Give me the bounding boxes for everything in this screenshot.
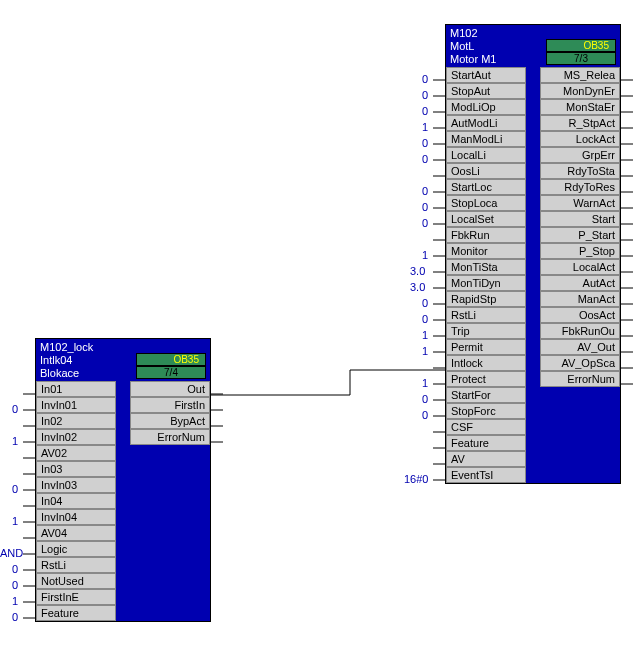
pin-errornum[interactable]: ErrorNum [130, 429, 210, 445]
block-type: MotL [450, 40, 474, 52]
pin-warnact[interactable]: WarnAct [540, 195, 620, 211]
pin-rdytores[interactable]: RdyToRes [540, 179, 620, 195]
pin-firstin[interactable]: FirstIn [130, 397, 210, 413]
pin-feature[interactable]: Feature [446, 435, 526, 451]
pin-value: 0 [12, 611, 18, 623]
block-name: M102 [450, 27, 478, 39]
pin-eventtsi[interactable]: EventTsI [446, 467, 526, 483]
pin-fbkrunou[interactable]: FbkRunOu [540, 323, 620, 339]
pin-bypact[interactable]: BypAct [130, 413, 210, 429]
pin-value: 0 [12, 579, 18, 591]
pin-fbkrun[interactable]: FbkRun [446, 227, 526, 243]
pin-value: 1 [422, 377, 428, 389]
pin-manmodli[interactable]: ManModLi [446, 131, 526, 147]
interlock-block: M102_lock Intlk04 OB35 Blokace 7/4 In01I… [35, 338, 211, 622]
pin-intlock[interactable]: Intlock [446, 355, 526, 371]
pin-modliop[interactable]: ModLiOp [446, 99, 526, 115]
pin-grperr[interactable]: GrpErr [540, 147, 620, 163]
pin-value: AND [0, 547, 23, 559]
pin-manact[interactable]: ManAct [540, 291, 620, 307]
pin-value: 0 [422, 409, 428, 421]
pin-invin01[interactable]: InvIn01 [36, 397, 116, 413]
block-type: Intlk04 [40, 354, 72, 366]
pin-notused[interactable]: NotUsed [36, 573, 116, 589]
pin-value: 0 [422, 185, 428, 197]
pin-rapidstp[interactable]: RapidStp [446, 291, 526, 307]
pin-localset[interactable]: LocalSet [446, 211, 526, 227]
pin-value: 0 [422, 137, 428, 149]
pin-localli[interactable]: LocalLi [446, 147, 526, 163]
pin-protect[interactable]: Protect [446, 371, 526, 387]
pin-oosli[interactable]: OosLi [446, 163, 526, 179]
block-header: M102_lock Intlk04 OB35 Blokace 7/4 [36, 339, 210, 381]
pin-value: 0 [12, 403, 18, 415]
pin-in02[interactable]: In02 [36, 413, 116, 429]
ob-badge: OB35 [136, 353, 206, 366]
pin-csf[interactable]: CSF [446, 419, 526, 435]
pin-in03[interactable]: In03 [36, 461, 116, 477]
pin-mondyner[interactable]: MonDynEr [540, 83, 620, 99]
pin-value: 1 [12, 595, 18, 607]
pin-invin04[interactable]: InvIn04 [36, 509, 116, 525]
pin-value: 1 [12, 435, 18, 447]
pin-value: 0 [12, 483, 18, 495]
pin-value: 0 [422, 73, 428, 85]
pin-monitor[interactable]: Monitor [446, 243, 526, 259]
pin-rstli[interactable]: RstLi [36, 557, 116, 573]
pin-errornum[interactable]: ErrorNum [540, 371, 620, 387]
pin-r_stpact[interactable]: R_StpAct [540, 115, 620, 131]
motor-block: M102 MotL OB35 Motor M1 7/3 StartAutStop… [445, 24, 621, 484]
pin-localact[interactable]: LocalAct [540, 259, 620, 275]
pin-stoploca[interactable]: StopLoca [446, 195, 526, 211]
pin-p_stop[interactable]: P_Stop [540, 243, 620, 259]
pin-value: 1 [12, 515, 18, 527]
pin-in01[interactable]: In01 [36, 381, 116, 397]
pin-start[interactable]: Start [540, 211, 620, 227]
pin-value: 1 [422, 345, 428, 357]
pin-value: 1 [422, 121, 428, 133]
pin-value: 1 [422, 249, 428, 261]
block-name: M102_lock [40, 341, 93, 353]
pin-monstaer[interactable]: MonStaEr [540, 99, 620, 115]
pin-value: 16#0 [404, 473, 428, 485]
pin-av02[interactable]: AV02 [36, 445, 116, 461]
pin-value: 0 [422, 105, 428, 117]
pin-montidyn[interactable]: MonTiDyn [446, 275, 526, 291]
pin-in04[interactable]: In04 [36, 493, 116, 509]
pin-trip[interactable]: Trip [446, 323, 526, 339]
pin-value: 3.0 [410, 281, 425, 293]
pin-autact[interactable]: AutAct [540, 275, 620, 291]
pin-value: 1 [422, 329, 428, 341]
pin-av_opsca[interactable]: AV_OpSca [540, 355, 620, 371]
pin-p_start[interactable]: P_Start [540, 227, 620, 243]
pin-value: 0 [422, 217, 428, 229]
pin-value: 3.0 [410, 265, 425, 277]
pin-logic[interactable]: Logic [36, 541, 116, 557]
pin-stopforc[interactable]: StopForc [446, 403, 526, 419]
pin-value: 0 [422, 201, 428, 213]
pin-firstine[interactable]: FirstInE [36, 589, 116, 605]
pin-feature[interactable]: Feature [36, 605, 116, 621]
pin-av[interactable]: AV [446, 451, 526, 467]
id-badge: 7/4 [136, 366, 206, 379]
pin-oosact[interactable]: OosAct [540, 307, 620, 323]
block-desc: Blokace [40, 367, 79, 379]
pin-out[interactable]: Out [130, 381, 210, 397]
pin-invin03[interactable]: InvIn03 [36, 477, 116, 493]
pin-rstli[interactable]: RstLi [446, 307, 526, 323]
pin-value: 0 [422, 313, 428, 325]
pin-montista[interactable]: MonTiSta [446, 259, 526, 275]
pin-lockact[interactable]: LockAct [540, 131, 620, 147]
pin-permit[interactable]: Permit [446, 339, 526, 355]
pin-av04[interactable]: AV04 [36, 525, 116, 541]
pin-autmodli[interactable]: AutModLi [446, 115, 526, 131]
pin-rdytosta[interactable]: RdyToSta [540, 163, 620, 179]
pin-startloc[interactable]: StartLoc [446, 179, 526, 195]
pin-ms_relea[interactable]: MS_Relea [540, 67, 620, 83]
pin-invin02[interactable]: InvIn02 [36, 429, 116, 445]
pin-startaut[interactable]: StartAut [446, 67, 526, 83]
pin-stopaut[interactable]: StopAut [446, 83, 526, 99]
block-header: M102 MotL OB35 Motor M1 7/3 [446, 25, 620, 67]
pin-av_out[interactable]: AV_Out [540, 339, 620, 355]
pin-startfor[interactable]: StartFor [446, 387, 526, 403]
